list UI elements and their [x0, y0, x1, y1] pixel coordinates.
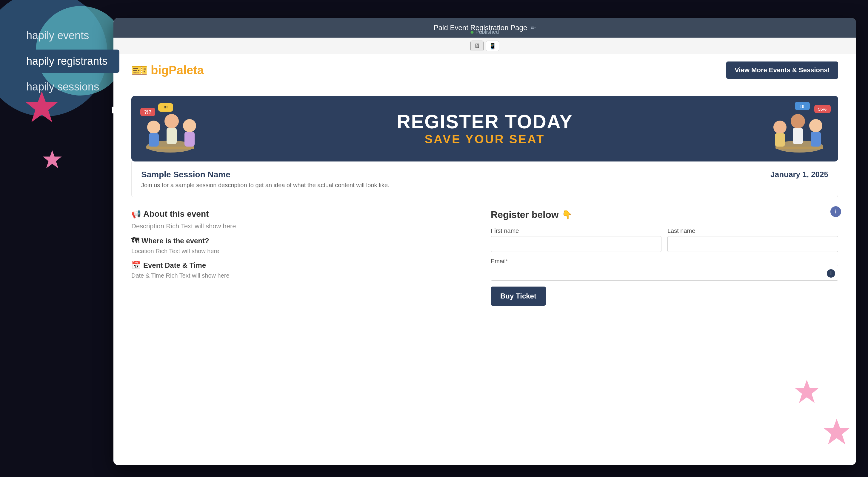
svg-point-9	[183, 119, 196, 132]
session-name: Sample Session Name	[141, 170, 390, 180]
svg-rect-4	[146, 147, 194, 149]
svg-point-7	[164, 114, 179, 128]
datetime-placeholder: Date & Time Rich Text will show here	[131, 272, 479, 279]
col-register: i Register below 👇 First name Last name	[491, 209, 838, 306]
mobile-view-button[interactable]: 📱	[486, 41, 499, 51]
megaphone-icon: 📢	[131, 210, 141, 219]
email-info-icon: i	[827, 269, 835, 278]
email-form-group: Email* i	[491, 258, 838, 281]
svg-text:!!!: !!!	[800, 104, 804, 109]
sidebar-nav: hapily events hapily registrants hapily …	[18, 24, 119, 101]
logo: 🎫 bigPaleta	[131, 62, 204, 78]
first-name-label: First name	[491, 227, 661, 234]
buy-ticket-button[interactable]: Buy Ticket	[491, 287, 546, 306]
description-placeholder: Description Rich Text will show here	[131, 222, 479, 230]
hero-banner: ?!? !!! REGISTER TODAY SAVE YOUR SEAT	[131, 96, 838, 161]
location-title: 🗺 Where is the event?	[131, 236, 479, 245]
status-dot	[470, 31, 473, 34]
svg-rect-20	[793, 128, 803, 144]
sidebar-item-sessions[interactable]: hapily sessions	[18, 75, 119, 98]
svg-point-21	[809, 119, 822, 132]
mobile-icon: 📱	[489, 42, 496, 50]
about-title: 📢 About this event	[131, 209, 479, 219]
first-name-group: First name	[491, 227, 661, 252]
svg-point-5	[147, 121, 160, 134]
session-info: Sample Session Name Join us for a sample…	[131, 161, 838, 197]
page-header: 🎫 bigPaleta View More Events & Sessions!	[114, 54, 856, 86]
svg-rect-22	[811, 132, 821, 147]
star-bottom-right-svg	[822, 417, 851, 447]
hero-people-right-svg: 55% !!!	[752, 99, 835, 161]
svg-rect-16	[775, 147, 823, 149]
map-icon: 🗺	[131, 236, 139, 245]
hero-subtitle: SAVE YOUR SEAT	[397, 132, 573, 146]
svg-rect-6	[149, 133, 159, 147]
col-about: 📢 About this event Description Rich Text…	[131, 209, 479, 306]
svg-rect-18	[775, 133, 785, 147]
email-label: Email*	[491, 258, 508, 264]
hero-text-block: REGISTER TODAY SAVE YOUR SEAT	[397, 112, 573, 146]
sidebar-item-events[interactable]: hapily events	[18, 24, 119, 47]
device-toggle-bar: 🖥 📱	[114, 38, 856, 54]
sidebar-item-registrants[interactable]: hapily registrants	[18, 50, 119, 73]
desktop-view-button[interactable]: 🖥	[470, 41, 484, 51]
hero-title: REGISTER TODAY	[397, 112, 573, 132]
page-content: 🎫 bigPaleta View More Events & Sessions!	[114, 54, 856, 465]
logo-icon: 🎫	[131, 62, 148, 78]
session-left: Sample Session Name Join us for a sample…	[141, 170, 390, 189]
last-name-label: Last name	[668, 227, 838, 234]
svg-point-19	[791, 114, 805, 128]
view-more-button[interactable]: View More Events & Sessions!	[726, 62, 838, 79]
svg-marker-27	[823, 419, 850, 444]
desktop-icon: 🖥	[474, 42, 480, 49]
svg-text:?!?: ?!?	[144, 109, 152, 115]
first-name-input[interactable]	[491, 236, 661, 252]
last-name-input[interactable]	[668, 236, 838, 252]
two-col-layout: 📢 About this event Description Rich Text…	[131, 209, 838, 306]
edit-icon[interactable]: ✏	[531, 24, 536, 31]
floating-info-icon: i	[830, 206, 841, 217]
svg-rect-8	[166, 128, 177, 144]
point-down-icon: 👇	[562, 210, 572, 220]
browser-window: Paid Event Registration Page ✏ Published…	[114, 18, 856, 465]
hero-people-left-svg: ?!? !!!	[134, 99, 218, 161]
svg-marker-2	[795, 380, 819, 403]
status-text: Published	[475, 29, 499, 35]
last-name-group: Last name	[668, 227, 838, 252]
svg-point-17	[773, 121, 786, 134]
session-description: Join us for a sample session description…	[141, 182, 390, 189]
name-form-row: First name Last name	[491, 227, 838, 252]
register-title: Register below 👇	[491, 209, 838, 220]
svg-marker-1	[43, 151, 62, 168]
star-small	[42, 149, 63, 174]
svg-text:55%: 55%	[818, 107, 827, 112]
email-input[interactable]	[491, 265, 838, 281]
svg-text:!!!: !!!	[163, 105, 168, 110]
browser-titlebar: Paid Event Registration Page ✏ Published	[114, 18, 856, 38]
datetime-title: 📅 Event Date & Time	[131, 261, 479, 270]
session-date: January 1, 2025	[770, 170, 828, 179]
calendar-icon: 📅	[131, 261, 141, 270]
svg-rect-10	[184, 132, 195, 147]
location-placeholder: Location Rich Text will show here	[131, 248, 479, 255]
titlebar-status: Published	[470, 29, 499, 35]
logo-text: bigPaleta	[151, 64, 204, 77]
